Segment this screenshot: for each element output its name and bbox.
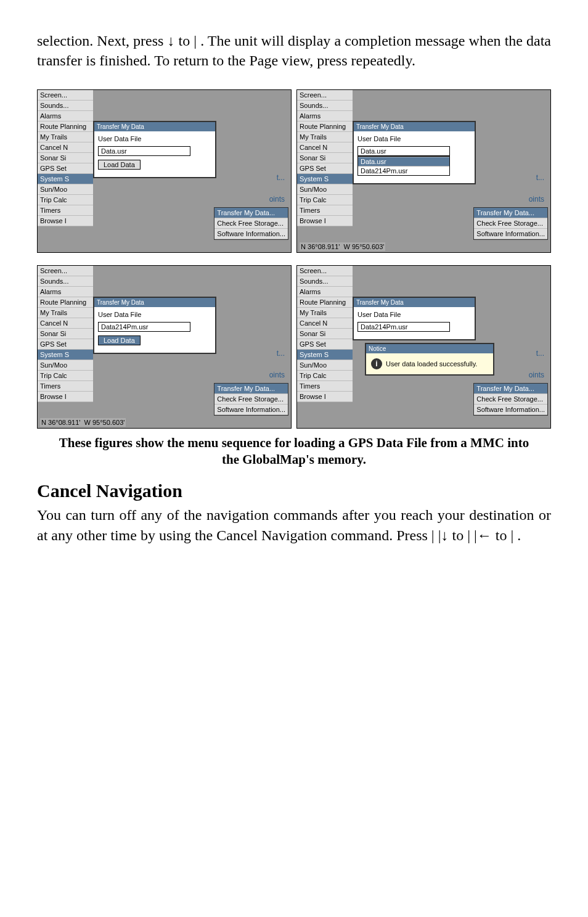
screenshot-d: Screen... Sounds... Alarms Route Plannin…	[296, 265, 551, 429]
menu-item[interactable]: Browse I	[38, 216, 93, 226]
menu-item[interactable]: GPS Set	[297, 339, 353, 350]
dropdown-item[interactable]: Data.usr	[358, 157, 449, 166]
load-data-button[interactable]: Load Data	[98, 160, 141, 170]
menu-item[interactable]: My Trails	[38, 132, 93, 142]
menu-item[interactable]: Route Planning	[38, 297, 93, 308]
info-icon: i	[371, 358, 382, 369]
paragraph-1: selection. Next, press ↓ to | . The unit…	[37, 31, 551, 71]
dropdown-item[interactable]: Data214Pm.usr	[358, 166, 449, 175]
label-t: t...	[536, 349, 544, 358]
menu-overlay: Screen... Sounds... Alarms Route Plannin…	[38, 266, 93, 402]
menu-item[interactable]: Screen...	[297, 266, 353, 276]
menu-item[interactable]: Sonar Si	[38, 153, 93, 163]
menu-item[interactable]: Route Planning	[297, 297, 353, 308]
menu-item[interactable]: Sonar Si	[297, 329, 353, 339]
dialog-label: User Data File	[357, 311, 471, 318]
menu-item[interactable]: Alarms	[297, 287, 353, 297]
menu-item[interactable]: Timers	[38, 205, 93, 216]
screenshot-b: Screen... Sounds... Alarms Route Plannin…	[296, 89, 551, 253]
side-menu-storage[interactable]: Check Free Storage...	[474, 394, 547, 405]
menu-item[interactable]: Screen...	[38, 266, 93, 276]
label-oints: oints	[269, 195, 285, 204]
dialog-title: Transfer My Data	[354, 122, 475, 131]
menu-item[interactable]: Timers	[38, 381, 93, 392]
side-menu-transfer[interactable]: Transfer My Data...	[214, 208, 288, 218]
file-input[interactable]: Data214Pm.usr	[357, 322, 450, 332]
menu-item[interactable]: Cancel N	[38, 318, 93, 329]
menu-item[interactable]: Browse I	[297, 392, 353, 402]
transfer-dialog: Transfer My Data User Data File Data214P…	[93, 297, 216, 354]
notice-dialog: Notice i User data loaded successfully.	[365, 343, 494, 376]
menu-item[interactable]: Trip Calc	[38, 371, 93, 381]
menu-item-system[interactable]: System S	[38, 174, 93, 184]
figure-row-1: Screen... Sounds... Alarms Route Plannin…	[37, 89, 551, 253]
menu-item[interactable]: My Trails	[38, 308, 93, 318]
transfer-dialog: Transfer My Data User Data File Data214P…	[353, 297, 476, 340]
menu-item[interactable]: Sun/Moo	[38, 184, 93, 195]
menu-item[interactable]: Sun/Moo	[297, 184, 353, 195]
notice-message: User data loaded successfully.	[386, 360, 477, 368]
side-menu-transfer[interactable]: Transfer My Data...	[474, 384, 547, 394]
label-oints: oints	[529, 371, 544, 379]
dialog-label: User Data File	[98, 135, 211, 142]
transfer-dialog: Transfer My Data User Data File Data.usr…	[93, 121, 216, 178]
menu-item[interactable]: GPS Set	[38, 163, 93, 174]
menu-item[interactable]: Screen...	[38, 90, 93, 101]
menu-item[interactable]: Alarms	[38, 287, 93, 297]
file-input[interactable]: Data.usr	[98, 146, 190, 156]
side-menu-software[interactable]: Software Information...	[474, 229, 547, 239]
menu-item-system[interactable]: System S	[297, 350, 353, 360]
figure-row-2: Screen... Sounds... Alarms Route Plannin…	[37, 265, 551, 429]
menu-item-system[interactable]: System S	[38, 350, 93, 360]
file-input[interactable]: Data214Pm.usr	[98, 322, 190, 332]
menu-item[interactable]: Timers	[297, 381, 353, 392]
file-input[interactable]: Data.usr	[357, 146, 450, 156]
side-menu-storage[interactable]: Check Free Storage...	[214, 218, 288, 229]
section-heading: Cancel Navigation	[37, 480, 551, 501]
menu-item[interactable]: Sounds...	[38, 101, 93, 111]
menu-item[interactable]: Browse I	[38, 392, 93, 402]
menu-item[interactable]: My Trails	[297, 308, 353, 318]
menu-item[interactable]: Sounds...	[38, 276, 93, 287]
side-menu-transfer[interactable]: Transfer My Data...	[214, 384, 288, 394]
label-oints: oints	[529, 195, 544, 204]
dialog-title: Transfer My Data	[94, 122, 215, 131]
paragraph-2: You can turn off any of the navigation c…	[37, 505, 551, 545]
side-menu-software[interactable]: Software Information...	[214, 405, 288, 415]
menu-item-system[interactable]: System S	[297, 174, 353, 184]
menu-item[interactable]: Sounds...	[297, 276, 353, 287]
menu-item[interactable]: Sun/Moo	[297, 360, 353, 371]
menu-item[interactable]: Sonar Si	[38, 329, 93, 339]
menu-overlay: Screen... Sounds... Alarms Route Plannin…	[297, 90, 353, 226]
menu-item[interactable]: Route Planning	[297, 121, 353, 132]
menu-item[interactable]: GPS Set	[38, 339, 93, 350]
menu-item[interactable]: Timers	[297, 205, 353, 216]
menu-item[interactable]: Sounds...	[297, 101, 353, 111]
load-data-button[interactable]: Load Data	[98, 335, 141, 345]
menu-item[interactable]: Browse I	[297, 216, 353, 226]
side-menu-storage[interactable]: Check Free Storage...	[214, 394, 288, 405]
menu-item[interactable]: Alarms	[297, 111, 353, 121]
side-menu-software[interactable]: Software Information...	[474, 405, 547, 415]
menu-item[interactable]: Cancel N	[297, 142, 353, 153]
menu-item[interactable]: Cancel N	[38, 142, 93, 153]
menu-item[interactable]: Trip Calc	[297, 195, 353, 205]
side-menu-storage[interactable]: Check Free Storage...	[474, 218, 547, 229]
figures-grid: Screen... Sounds... Alarms Route Plannin…	[37, 89, 551, 429]
menu-item[interactable]: Screen...	[297, 90, 353, 101]
menu-item[interactable]: GPS Set	[297, 163, 353, 174]
menu-item[interactable]: Sonar Si	[297, 153, 353, 163]
menu-item[interactable]: Trip Calc	[38, 195, 93, 205]
menu-item[interactable]: Route Planning	[38, 121, 93, 132]
dialog-label: User Data File	[98, 311, 211, 318]
side-menu: Transfer My Data... Check Free Storage..…	[473, 383, 548, 416]
side-menu-software[interactable]: Software Information...	[214, 229, 288, 239]
menu-item[interactable]: Cancel N	[297, 318, 353, 329]
dialog-title: Transfer My Data	[94, 298, 215, 307]
menu-item[interactable]: My Trails	[297, 132, 353, 142]
menu-item[interactable]: Alarms	[38, 111, 93, 121]
menu-item[interactable]: Sun/Moo	[38, 360, 93, 371]
menu-item[interactable]: Trip Calc	[297, 371, 353, 381]
label-oints: oints	[269, 371, 285, 379]
side-menu-transfer[interactable]: Transfer My Data...	[474, 208, 547, 218]
